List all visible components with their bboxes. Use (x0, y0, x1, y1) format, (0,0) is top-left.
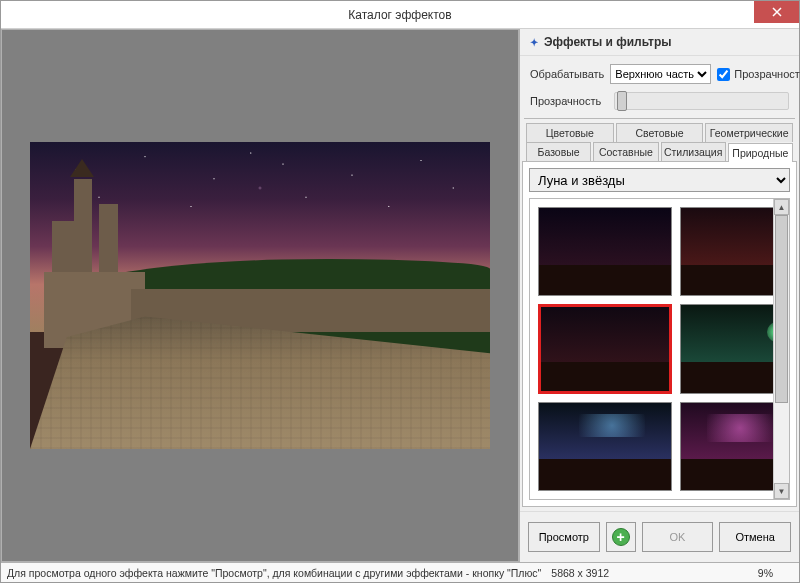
effect-thumb[interactable] (680, 304, 773, 393)
preview-image (30, 142, 490, 449)
button-row: Просмотр + OK Отмена (520, 511, 799, 562)
tab-natural[interactable]: Природные (728, 143, 793, 162)
side-panel: ✦ Эффекты и фильтры Обрабатывать Верхнюю… (519, 29, 799, 562)
slider-thumb[interactable] (617, 91, 627, 111)
transparency-slider-label: Прозрачность (530, 95, 608, 107)
controls: Обрабатывать Верхнюю часть Прозрачность … (520, 56, 799, 118)
cancel-button[interactable]: Отмена (719, 522, 791, 552)
effect-thumb[interactable] (538, 207, 672, 296)
tab-color[interactable]: Цветовые (526, 123, 614, 142)
preview-button[interactable]: Просмотр (528, 522, 600, 552)
transparency-check-label: Прозрачность (734, 68, 800, 80)
scroll-thumb[interactable] (775, 215, 788, 403)
effect-thumb-selected[interactable] (538, 304, 672, 393)
plus-icon: + (612, 528, 630, 546)
tab-basic[interactable]: Базовые (526, 142, 591, 161)
effect-thumb[interactable] (538, 402, 672, 491)
effect-thumb[interactable] (680, 402, 773, 491)
transparency-checkbox-group: Прозрачность (717, 68, 800, 81)
tab-row-1: Цветовые Световые Геометрические (524, 123, 795, 142)
status-dimensions: 5868 x 3912 (551, 567, 609, 579)
tabs: Цветовые Световые Геометрические Базовые… (524, 118, 795, 161)
close-icon (772, 7, 782, 17)
process-row: Обрабатывать Верхнюю часть Прозрачность (530, 64, 789, 84)
effect-select[interactable]: Луна и звёзды (529, 168, 790, 192)
preview-pane (1, 29, 519, 562)
status-hint: Для просмотра одного эффекта нажмите "Пр… (7, 567, 541, 579)
scroll-up-button[interactable]: ▲ (774, 199, 789, 215)
thumbs-scrollbar[interactable]: ▲ ▼ (773, 199, 789, 499)
tab-composite[interactable]: Составные (593, 142, 658, 161)
tab-light[interactable]: Световые (616, 123, 704, 142)
panel-title: Эффекты и фильтры (544, 35, 672, 49)
effects-catalog-window: Каталог эффектов ✦ Эффекты (0, 0, 800, 583)
close-button[interactable] (754, 1, 799, 23)
scroll-down-button[interactable]: ▼ (774, 483, 789, 499)
scroll-track[interactable] (774, 215, 789, 483)
titlebar: Каталог эффектов (1, 1, 799, 29)
plus-button[interactable]: + (606, 522, 636, 552)
tab-content: Луна и звёзды ▲ ▼ (522, 161, 797, 507)
dialog-body: ✦ Эффекты и фильтры Обрабатывать Верхнюю… (1, 29, 799, 562)
transparency-checkbox[interactable] (717, 68, 730, 81)
tab-geometric[interactable]: Геометрические (705, 123, 793, 142)
process-label: Обрабатывать (530, 68, 604, 80)
transparency-slider[interactable] (614, 92, 789, 110)
tab-row-2: Базовые Составные Стилизация Природные (524, 142, 795, 161)
ok-button[interactable]: OK (642, 522, 714, 552)
panel-header: ✦ Эффекты и фильтры (520, 29, 799, 56)
process-select[interactable]: Верхнюю часть (610, 64, 711, 84)
transparency-row: Прозрачность (530, 92, 789, 110)
status-percent: 9% (758, 567, 773, 579)
thumbs-grid (530, 199, 773, 499)
thumbs-container: ▲ ▼ (529, 198, 790, 500)
sparkle-icon: ✦ (530, 37, 538, 48)
window-title: Каталог эффектов (1, 8, 799, 22)
statusbar: Для просмотра одного эффекта нажмите "Пр… (1, 562, 799, 582)
effect-thumb[interactable] (680, 207, 773, 296)
tab-stylize[interactable]: Стилизация (661, 142, 726, 161)
